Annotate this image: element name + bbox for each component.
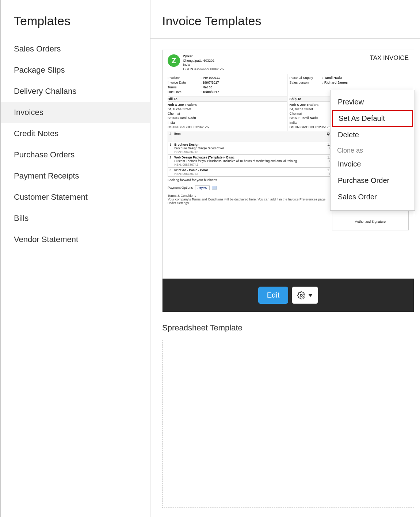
card-icon — [212, 186, 217, 189]
invoice-date-label: Invoice Date — [168, 80, 201, 85]
sidebar-item-purchase-orders[interactable]: Purchase Orders — [1, 144, 150, 165]
place-value: Tamil Nadu — [322, 76, 342, 80]
sidebar-item-vendor-statement[interactable]: Vendor Statement — [1, 229, 150, 250]
sidebar: Templates Sales Orders Package Slips Del… — [0, 0, 150, 517]
sidebar-item-delivery-challans[interactable]: Delivery Challans — [1, 81, 150, 102]
th-item: Item — [173, 131, 324, 142]
invoice-no-label: Invoice# — [168, 76, 201, 80]
page-title: Invoice Templates — [150, 11, 420, 38]
salesperson-label: Sales person — [290, 80, 322, 85]
sidebar-item-invoices[interactable]: Invoices — [1, 102, 150, 123]
sidebar-item-sales-orders[interactable]: Sales Orders — [1, 38, 150, 60]
company-city: Chengalpattu 603202 — [183, 59, 224, 63]
menu-clone-invoice[interactable]: Invoice — [331, 156, 415, 172]
company-gstin: GSTIN 33AAAAA0000A1Z5 — [183, 67, 224, 72]
edit-button[interactable]: Edit — [258, 287, 288, 304]
looking-forward: Looking forward for your business. — [168, 178, 330, 182]
spreadsheet-template-placeholder[interactable] — [162, 340, 414, 508]
company-logo: Z — [168, 54, 180, 67]
bill-l3: 631603 Tamil Nadu — [168, 116, 287, 120]
tnc-heading: Terms & Conditions — [168, 194, 330, 198]
th-num: # — [168, 131, 173, 142]
chevron-down-icon — [308, 294, 313, 297]
terms-value: Net 30 — [201, 85, 213, 90]
sidebar-item-bills[interactable]: Bills — [1, 208, 150, 229]
bill-l1: 34, Riche Street — [168, 107, 287, 111]
company-country: India — [183, 63, 224, 67]
settings-dropdown-button[interactable] — [292, 287, 318, 304]
due-date-label: Due Date — [168, 90, 201, 95]
sidebar-item-package-slips[interactable]: Package Slips — [1, 60, 150, 81]
sidebar-item-customer-statement[interactable]: Customer Statement — [1, 187, 150, 208]
bill-to-header: Bill To — [168, 96, 287, 102]
settings-dropdown-menu: Preview Set As Default Delete Clone as I… — [330, 90, 415, 211]
menu-clone-as-label: Clone as — [331, 143, 415, 156]
terms-label: Terms — [168, 85, 201, 90]
bill-l4: India — [168, 120, 287, 125]
sidebar-title: Templates — [1, 11, 150, 38]
gear-icon — [297, 291, 305, 299]
card-footer: Edit — [163, 279, 414, 312]
spreadsheet-template-label: Spreadsheet Template — [150, 312, 420, 340]
sidebar-item-payment-receipts[interactable]: Payment Receipts — [1, 165, 150, 187]
menu-set-as-default[interactable]: Set As Default — [332, 110, 413, 127]
doc-title: TAX INVOICE — [370, 54, 409, 62]
menu-delete[interactable]: Delete — [331, 127, 415, 143]
menu-clone-purchase-order[interactable]: Purchase Order — [331, 172, 415, 189]
sidebar-item-credit-notes[interactable]: Credit Notes — [1, 123, 150, 144]
tnc-body: Your company's Terms and Conditions will… — [168, 198, 330, 205]
invoice-date-value: 19/07/2017 — [201, 80, 219, 85]
svg-point-0 — [300, 294, 302, 296]
place-label: Place Of Supply — [290, 76, 322, 80]
paypal-badge: PayPal — [195, 185, 210, 190]
salesperson-value: Richard James — [322, 80, 348, 85]
bill-gstin: GSTIN 33ABCDE0123A1Z5 — [168, 125, 287, 129]
menu-clone-sales-order[interactable]: Sales Order — [331, 189, 415, 205]
bill-name: Rob & Joe Traders — [168, 103, 287, 107]
company-name: Zylker — [183, 54, 224, 59]
due-date-value: 18/08/2017 — [201, 90, 219, 95]
bill-l2: Chennai — [168, 111, 287, 116]
sig-auth: Authorized Signature — [335, 220, 406, 223]
payment-options-label: Payment Options — [168, 186, 193, 189]
menu-preview[interactable]: Preview — [331, 94, 415, 110]
invoice-no-value: INV-000011 — [201, 76, 220, 80]
main: Invoice Templates Z Zylker Chengalpattu … — [150, 0, 420, 517]
